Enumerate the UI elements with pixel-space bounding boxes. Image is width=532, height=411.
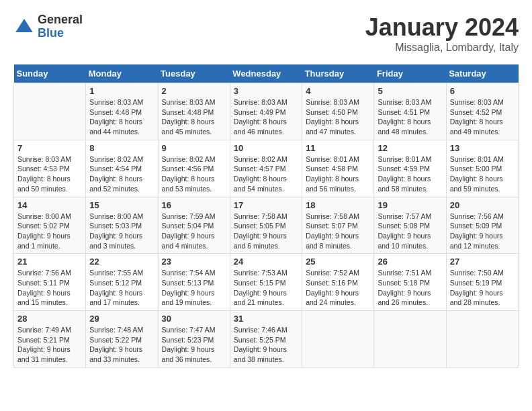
day-number: 27 [450, 257, 515, 267]
month-title: January 2024 [365, 13, 519, 42]
logo-text: General Blue [38, 13, 83, 40]
day-info: Sunrise: 8:03 AMSunset: 4:53 PMDaylight:… [17, 154, 82, 194]
header-row: SundayMondayTuesdayWednesdayThursdayFrid… [14, 64, 519, 83]
day-info: Sunrise: 7:46 AMSunset: 5:25 PMDaylight:… [234, 325, 298, 365]
header-day-friday: Friday [374, 64, 446, 83]
day-number: 18 [306, 200, 370, 210]
day-number: 8 [89, 143, 154, 153]
logo-blue: Blue [38, 27, 83, 40]
day-info: Sunrise: 7:54 AMSunset: 5:13 PMDaylight:… [162, 268, 226, 308]
calendar-cell: 23Sunrise: 7:54 AMSunset: 5:13 PMDayligh… [158, 254, 230, 311]
calendar-cell: 10Sunrise: 8:02 AMSunset: 4:57 PMDayligh… [230, 140, 302, 197]
day-number: 10 [234, 143, 298, 153]
calendar-cell [446, 311, 518, 368]
day-number: 15 [89, 200, 154, 210]
calendar-cell: 1Sunrise: 8:03 AMSunset: 4:48 PMDaylight… [86, 83, 158, 140]
day-number: 11 [306, 143, 370, 153]
calendar-cell [302, 311, 374, 368]
calendar-cell: 3Sunrise: 8:03 AMSunset: 4:49 PMDaylight… [230, 83, 302, 140]
day-number: 9 [162, 143, 226, 153]
day-info: Sunrise: 7:59 AMSunset: 5:04 PMDaylight:… [162, 212, 226, 251]
week-row-4: 28Sunrise: 7:49 AMSunset: 5:21 PMDayligh… [14, 311, 519, 368]
day-number: 1 [89, 86, 154, 96]
day-info: Sunrise: 7:50 AMSunset: 5:19 PMDaylight:… [450, 268, 515, 308]
logo-general: General [38, 13, 83, 27]
title-area: January 2024 Missaglia, Lombardy, Italy [365, 13, 519, 54]
day-info: Sunrise: 7:47 AMSunset: 5:23 PMDaylight:… [162, 325, 226, 365]
calendar: SundayMondayTuesdayWednesdayThursdayFrid… [13, 64, 519, 368]
calendar-cell: 24Sunrise: 7:53 AMSunset: 5:15 PMDayligh… [230, 254, 302, 311]
header-day-thursday: Thursday [302, 64, 374, 83]
day-info: Sunrise: 8:02 AMSunset: 4:56 PMDaylight:… [162, 154, 226, 194]
calendar-cell: 16Sunrise: 7:59 AMSunset: 5:04 PMDayligh… [158, 197, 230, 254]
day-info: Sunrise: 7:57 AMSunset: 5:08 PMDaylight:… [378, 212, 442, 251]
header-day-sunday: Sunday [14, 64, 86, 83]
header-day-wednesday: Wednesday [230, 64, 302, 83]
calendar-cell [374, 311, 446, 368]
calendar-cell: 26Sunrise: 7:51 AMSunset: 5:18 PMDayligh… [374, 254, 446, 311]
calendar-cell: 14Sunrise: 8:00 AMSunset: 5:02 PMDayligh… [14, 197, 86, 254]
day-info: Sunrise: 8:01 AMSunset: 5:00 PMDaylight:… [450, 154, 515, 194]
header-day-monday: Monday [86, 64, 158, 83]
day-info: Sunrise: 8:03 AMSunset: 4:49 PMDaylight:… [234, 97, 298, 137]
calendar-cell: 31Sunrise: 7:46 AMSunset: 5:25 PMDayligh… [230, 311, 302, 368]
calendar-cell: 4Sunrise: 8:03 AMSunset: 4:50 PMDaylight… [302, 83, 374, 140]
week-row-0: 1Sunrise: 8:03 AMSunset: 4:48 PMDaylight… [14, 83, 519, 140]
day-info: Sunrise: 8:02 AMSunset: 4:57 PMDaylight:… [234, 154, 298, 194]
calendar-cell: 15Sunrise: 8:00 AMSunset: 5:03 PMDayligh… [86, 197, 158, 254]
day-info: Sunrise: 8:03 AMSunset: 4:48 PMDaylight:… [162, 97, 226, 137]
location-title: Missaglia, Lombardy, Italy [365, 42, 519, 54]
day-info: Sunrise: 8:01 AMSunset: 4:59 PMDaylight:… [378, 154, 442, 194]
day-number: 20 [450, 200, 515, 210]
day-info: Sunrise: 8:03 AMSunset: 4:51 PMDaylight:… [378, 97, 442, 137]
calendar-cell: 12Sunrise: 8:01 AMSunset: 4:59 PMDayligh… [374, 140, 446, 197]
day-info: Sunrise: 8:00 AMSunset: 5:02 PMDaylight:… [17, 212, 82, 251]
logo: General Blue [13, 13, 83, 40]
day-info: Sunrise: 8:03 AMSunset: 4:50 PMDaylight:… [306, 97, 370, 137]
header-day-saturday: Saturday [446, 64, 518, 83]
day-number: 28 [17, 314, 82, 324]
week-row-3: 21Sunrise: 7:56 AMSunset: 5:11 PMDayligh… [14, 254, 519, 311]
day-info: Sunrise: 7:52 AMSunset: 5:16 PMDaylight:… [306, 268, 370, 308]
calendar-cell: 8Sunrise: 8:02 AMSunset: 4:54 PMDaylight… [86, 140, 158, 197]
calendar-cell: 13Sunrise: 8:01 AMSunset: 5:00 PMDayligh… [446, 140, 518, 197]
calendar-cell: 11Sunrise: 8:01 AMSunset: 4:58 PMDayligh… [302, 140, 374, 197]
day-number: 23 [162, 257, 226, 267]
day-info: Sunrise: 7:55 AMSunset: 5:12 PMDaylight:… [89, 268, 154, 308]
day-number: 14 [17, 200, 82, 210]
calendar-cell: 7Sunrise: 8:03 AMSunset: 4:53 PMDaylight… [14, 140, 86, 197]
week-row-1: 7Sunrise: 8:03 AMSunset: 4:53 PMDaylight… [14, 140, 519, 197]
day-info: Sunrise: 8:01 AMSunset: 4:58 PMDaylight:… [306, 154, 370, 194]
day-info: Sunrise: 8:03 AMSunset: 4:52 PMDaylight:… [450, 97, 515, 137]
day-number: 29 [89, 314, 154, 324]
calendar-cell: 18Sunrise: 7:58 AMSunset: 5:07 PMDayligh… [302, 197, 374, 254]
day-info: Sunrise: 8:00 AMSunset: 5:03 PMDaylight:… [89, 212, 154, 251]
calendar-cell: 28Sunrise: 7:49 AMSunset: 5:21 PMDayligh… [14, 311, 86, 368]
day-info: Sunrise: 8:02 AMSunset: 4:54 PMDaylight:… [89, 154, 154, 194]
header: General Blue January 2024 Missaglia, Lom… [13, 13, 519, 54]
header-day-tuesday: Tuesday [158, 64, 230, 83]
day-number: 12 [378, 143, 442, 153]
day-number: 3 [234, 86, 298, 96]
day-number: 30 [162, 314, 226, 324]
day-info: Sunrise: 7:58 AMSunset: 5:05 PMDaylight:… [234, 212, 298, 251]
day-number: 19 [378, 200, 442, 210]
day-number: 13 [450, 143, 515, 153]
day-number: 17 [234, 200, 298, 210]
calendar-cell: 27Sunrise: 7:50 AMSunset: 5:19 PMDayligh… [446, 254, 518, 311]
day-info: Sunrise: 7:51 AMSunset: 5:18 PMDaylight:… [378, 268, 442, 308]
day-number: 7 [17, 143, 82, 153]
calendar-cell: 22Sunrise: 7:55 AMSunset: 5:12 PMDayligh… [86, 254, 158, 311]
day-number: 16 [162, 200, 226, 210]
week-row-2: 14Sunrise: 8:00 AMSunset: 5:02 PMDayligh… [14, 197, 519, 254]
calendar-cell: 29Sunrise: 7:48 AMSunset: 5:22 PMDayligh… [86, 311, 158, 368]
calendar-cell: 30Sunrise: 7:47 AMSunset: 5:23 PMDayligh… [158, 311, 230, 368]
calendar-cell: 2Sunrise: 8:03 AMSunset: 4:48 PMDaylight… [158, 83, 230, 140]
day-info: Sunrise: 7:56 AMSunset: 5:11 PMDaylight:… [17, 268, 82, 308]
day-number: 4 [306, 86, 370, 96]
calendar-cell: 19Sunrise: 7:57 AMSunset: 5:08 PMDayligh… [374, 197, 446, 254]
calendar-body: 1Sunrise: 8:03 AMSunset: 4:48 PMDaylight… [14, 83, 519, 368]
day-number: 21 [17, 257, 82, 267]
calendar-cell: 17Sunrise: 7:58 AMSunset: 5:05 PMDayligh… [230, 197, 302, 254]
day-number: 24 [234, 257, 298, 267]
